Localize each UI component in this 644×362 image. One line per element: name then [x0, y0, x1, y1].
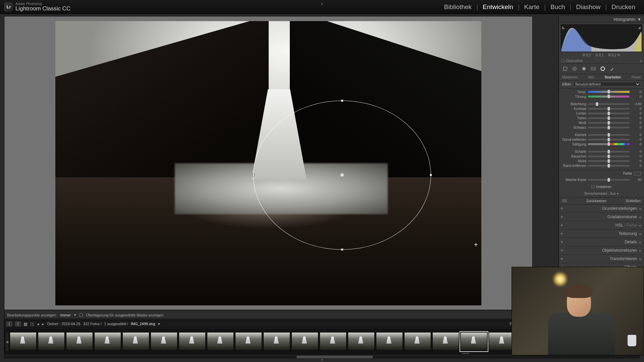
slider-whites[interactable]: Weiß0	[561, 120, 641, 125]
adjustment-sliders: Temp.0 Tönung0 Belichtung- 2,86 Kontrast…	[559, 89, 644, 170]
module-map[interactable]: Karte	[520, 3, 544, 11]
module-library[interactable]: Bibliothek	[439, 3, 476, 11]
svg-point-2	[574, 68, 575, 69]
slider-sharpness[interactable]: Schärfe0	[561, 149, 641, 154]
view-compare-button[interactable]: 2	[15, 321, 21, 326]
checkbox-icon[interactable]	[591, 185, 594, 188]
panel-tonecurve[interactable]: Gradationskurve◂	[559, 213, 644, 221]
module-book[interactable]: Buch	[546, 3, 570, 11]
slider-contrast[interactable]: Kontrast0	[561, 106, 641, 111]
filmstrip-thumb[interactable]	[235, 332, 262, 351]
histogram[interactable]: ◣ ◢	[561, 24, 642, 52]
filmstrip-toolbar: 1 2 ▦ ◫ ◂ ▸ Ordner : 2018-04-25 322 Foto…	[4, 320, 533, 328]
filmstrip-thumb[interactable]	[179, 332, 206, 351]
filmstrip-thumb[interactable]	[10, 332, 37, 351]
redeye-tool-icon[interactable]	[581, 66, 587, 72]
tab-mask[interactable]: Maskieren	[562, 75, 578, 79]
photo-count: 322 Fotos /	[83, 322, 102, 326]
panel-transform[interactable]: Transformieren◂	[559, 255, 644, 263]
module-develop[interactable]: Entwickeln	[478, 3, 518, 11]
clipping-shadows-icon[interactable]: ◣	[562, 25, 565, 29]
filmstrip-thumb[interactable]	[122, 332, 149, 351]
slider-saturation[interactable]: Sättigung0	[561, 142, 641, 146]
filmstrip-thumb[interactable]	[348, 332, 375, 351]
tab-brush[interactable]: Pinsel	[632, 75, 641, 79]
slider-clarity[interactable]: Klarheit0	[561, 132, 641, 137]
brush-tool-icon[interactable]	[609, 66, 615, 72]
slider-tint[interactable]: Tönung0	[561, 94, 641, 99]
slider-highlights[interactable]: Lichter0	[561, 111, 641, 116]
panel-basic[interactable]: Grundeinstellungen◂	[559, 204, 644, 213]
canvas-area: +	[4, 16, 533, 310]
slider-feather[interactable]: Weiche Kante50	[561, 177, 641, 182]
filmstrip-thumb[interactable]	[207, 332, 234, 351]
panel-split[interactable]: Teiltonung◂	[559, 230, 644, 238]
grid-icon[interactable]: ▦	[23, 321, 28, 326]
filmstrip-prev-icon[interactable]: ◂	[6, 332, 8, 351]
slider-temp[interactable]: Temp.0	[561, 89, 641, 94]
slider-dehaze[interactable]: Dunst entfernen0	[561, 137, 641, 142]
filmstrip-thumb[interactable]	[404, 332, 431, 351]
radial-filter-overlay[interactable]	[253, 101, 431, 250]
panel-lens[interactable]: Objektivkorrekturen◂	[559, 246, 644, 255]
spot-tool-icon[interactable]	[572, 66, 578, 72]
reset-close-row: Zurücksetzen Schließen	[559, 197, 644, 204]
slider-shadows[interactable]: Tiefen0	[561, 116, 641, 120]
develop-sidebar: Histogramm ▼ ◣ ◢ R 0,2 G 0,1 B 0,1 % Ori…	[558, 16, 644, 310]
filmstrip-thumb[interactable]	[291, 332, 318, 351]
range-mask-row[interactable]: Bereichsmaske : Aus ▾	[559, 190, 644, 197]
color-swatch-icon[interactable]	[635, 172, 641, 175]
filmstrip-thumb[interactable]	[320, 332, 346, 351]
reset-button[interactable]: Zurücksetzen	[586, 199, 606, 203]
radial-handle-top[interactable]	[341, 100, 343, 102]
module-print[interactable]: Drucken	[607, 3, 640, 11]
original-photo-toggle[interactable]: Originalfoto ◂	[559, 58, 644, 64]
panel-collapse-bottom-icon[interactable]: ▼	[320, 358, 324, 362]
radial-handle-right[interactable]	[430, 174, 432, 176]
panel-collapse-top-icon[interactable]: ▲	[320, 1, 324, 5]
filmstrip-thumb-selected[interactable]: •••••	[461, 332, 487, 351]
edit-pins-mode[interactable]: Immer	[60, 313, 71, 317]
tab-new[interactable]: Neu	[588, 75, 594, 79]
tab-edit[interactable]: Bearbeiten	[605, 75, 621, 79]
nav-prev-icon[interactable]: ◂	[37, 321, 39, 326]
crop-tool-icon[interactable]	[562, 66, 568, 72]
filmstrip-thumb[interactable]	[151, 332, 177, 351]
filmstrip-thumb[interactable]	[38, 332, 65, 351]
filmstrip-thumb[interactable]	[376, 332, 403, 351]
nav-next-icon[interactable]: ▸	[42, 321, 44, 326]
photo-preview[interactable]: +	[55, 21, 481, 305]
view-single-button[interactable]: 1	[6, 321, 12, 326]
slider-noise[interactable]: Rauschen0	[561, 154, 641, 159]
module-picker: Bibliothek| Entwickeln| Karte| Buch| Dia…	[439, 3, 640, 11]
slider-blacks[interactable]: Schwarz0	[561, 125, 641, 130]
radial-tool-icon[interactable]	[600, 66, 606, 72]
invert-row[interactable]: Umkehren	[559, 184, 644, 190]
filmstrip-thumb[interactable]	[432, 332, 459, 351]
svg-point-3	[582, 67, 586, 70]
before-after-toggle-icon[interactable]	[562, 199, 567, 202]
chevron-left-icon[interactable]: ◂	[640, 59, 641, 63]
radial-filter-pin-icon[interactable]	[340, 173, 344, 177]
clipping-highlights-icon[interactable]: ◢	[638, 25, 641, 29]
slider-defringe[interactable]: Rand entfernen0	[561, 163, 641, 168]
current-file[interactable]: IMG_2499.dng	[131, 322, 155, 326]
panel-hsl[interactable]: HSL / Farbe◂	[559, 221, 644, 230]
close-button[interactable]: Schließen	[626, 199, 641, 203]
filmstrip-thumb[interactable]	[263, 332, 290, 351]
filmstrip-thumb[interactable]	[94, 332, 121, 351]
radial-handle-bottom[interactable]	[341, 248, 343, 251]
slider-exposure[interactable]: Belichtung- 2,86	[561, 102, 641, 106]
slider-moire[interactable]: Moiré0	[561, 159, 641, 163]
histogram-header[interactable]: Histogramm ▼	[559, 16, 644, 23]
module-slideshow[interactable]: Diashow	[571, 3, 605, 11]
gradient-tool-icon[interactable]	[590, 66, 596, 72]
second-window-icon[interactable]: ◫	[30, 321, 34, 326]
filmstrip-thumb[interactable]	[66, 332, 93, 351]
folder-path[interactable]: Ordner : 2018-04-25	[47, 322, 80, 326]
checkbox-icon[interactable]	[561, 59, 565, 62]
checkbox-icon[interactable]	[79, 313, 83, 317]
panel-detail[interactable]: Details◂	[559, 238, 644, 246]
effect-select[interactable]: Benutzerdefiniert	[574, 82, 641, 86]
radial-handle-left[interactable]	[252, 174, 255, 176]
